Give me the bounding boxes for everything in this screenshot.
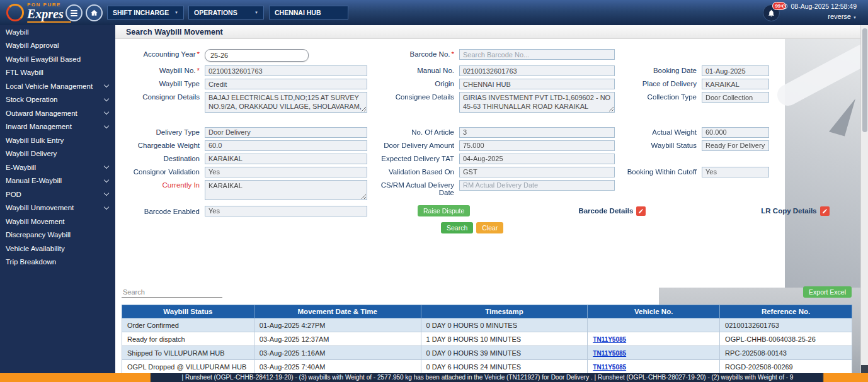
- vehicle-link[interactable]: TN11Y5085: [593, 350, 626, 357]
- destination-input[interactable]: [205, 154, 367, 164]
- actual-weight-label: Actual Weight: [615, 127, 702, 136]
- cell-movement-datetime: 01-Aug-2025 4:27PM: [254, 318, 421, 332]
- consignor-validation-input[interactable]: [205, 167, 367, 177]
- notifications-button[interactable]: 99+: [763, 4, 780, 21]
- chevron-down-icon: [104, 164, 109, 169]
- barcode-details-label: Barcode Details: [578, 207, 633, 215]
- user-menu[interactable]: reverse ▼: [828, 13, 857, 20]
- collection-type-label: Collection Type: [615, 92, 702, 101]
- cell-movement-datetime: 03-Aug-2025 1:16AM: [254, 346, 421, 360]
- form-row: Waybill No.* Manual No. Booking Date: [115, 65, 860, 76]
- sidebar-item-waybill-unmovement[interactable]: Waybill Unmovement: [0, 201, 115, 215]
- search-button[interactable]: Search: [441, 222, 473, 233]
- door-delivery-amount-input[interactable]: [459, 140, 615, 151]
- sidebar-item-trip-breakdown[interactable]: Trip Breakdown: [0, 256, 115, 269]
- door-delivery-amount-label: Door Delivery Amount: [367, 140, 459, 149]
- sidebar-item-label: Waybill: [6, 28, 29, 36]
- sidebar-item-outward-management[interactable]: Outward Management: [0, 106, 115, 120]
- sidebar-item-stock-operation[interactable]: Stock Operation: [0, 93, 115, 107]
- cell-timestamp: 0 DAY 0 HOURS 39 MINUTES: [421, 346, 588, 360]
- chargeable-weight-input[interactable]: [205, 140, 367, 151]
- sidebar-item-waybill-ewaybill-based[interactable]: Waybill EwayBill Based: [0, 52, 115, 66]
- waybill-no-input[interactable]: [205, 65, 367, 76]
- sidebar-item-manual-e-waybill[interactable]: Manual E-Waybill: [0, 174, 115, 188]
- barcode-details-edit-icon[interactable]: [636, 206, 646, 216]
- sidebar-item-label: Vehicle Availability: [6, 245, 65, 252]
- waybill-no-label: Waybill No.*: [122, 65, 205, 74]
- sidebar-item-vehicle-availability[interactable]: Vehicle Availability: [0, 242, 115, 256]
- sidebar-item-label: Waybill Movement: [6, 218, 65, 225]
- app-header: PON PURE Expres SHIFT INCHARGE ▼ OPERATI…: [0, 0, 868, 25]
- export-excel-button[interactable]: Export Excel: [803, 286, 852, 298]
- collection-type-input[interactable]: [702, 92, 769, 103]
- page-title-bar: Search Waybill Movement: [115, 25, 860, 39]
- scrollbar-thumb[interactable]: [862, 28, 867, 132]
- sidebar-item-waybill-movement[interactable]: Waybill Movement: [0, 215, 115, 228]
- news-ticker: | Runsheet (OGPL-CHHB-28412-19-20) - (3)…: [0, 373, 868, 382]
- sidebar-item-waybill[interactable]: Waybill: [0, 25, 115, 39]
- sidebar-item-waybill-approval[interactable]: Waybill Approval: [0, 39, 115, 53]
- cell-timestamp: 0 DAY 0 HOURS 0 MINUTES: [421, 318, 588, 332]
- consignor-details-textarea[interactable]: BAJAJ ELECTRICALS LTD,NO;125 AT SURVEY N…: [205, 92, 367, 113]
- role-select[interactable]: SHIFT INCHARGE ▼: [107, 6, 184, 20]
- waybill-status-input[interactable]: [702, 140, 769, 151]
- department-select[interactable]: OPERATIONS ▼: [188, 6, 264, 20]
- movement-table-header-row: Waybill StatusMovement Date & TimeTimest…: [122, 305, 852, 318]
- actual-weight-input[interactable]: [702, 127, 769, 138]
- booking-date-input[interactable]: [702, 65, 769, 76]
- sidebar-item-inward-management[interactable]: Inward Management: [0, 120, 115, 134]
- sidebar-item-local-vehicle-management[interactable]: Local Vehicle Management: [0, 79, 115, 93]
- form-actions: Search Clear: [115, 222, 860, 233]
- waybill-type-input[interactable]: [205, 79, 367, 89]
- delivery-type-label: Delivery Type: [122, 127, 205, 136]
- currently-in-textarea[interactable]: KARAIKAL: [205, 180, 367, 201]
- sidebar-item-discrepancy-waybill[interactable]: Discrepancy Waybill: [0, 228, 115, 242]
- booking-within-cutoff-input[interactable]: [702, 167, 769, 177]
- sidebar-item-waybill-delivery[interactable]: Waybill Delivery: [0, 147, 115, 161]
- home-button[interactable]: [86, 4, 103, 21]
- vehicle-link[interactable]: TN11Y5085: [593, 364, 626, 371]
- delivery-type-input[interactable]: [205, 127, 367, 138]
- accounting-year-input[interactable]: [205, 49, 309, 62]
- sidebar-item-ftl-waybill[interactable]: FTL Waybill: [0, 66, 115, 80]
- movement-table: Waybill StatusMovement Date & TimeTimest…: [122, 305, 852, 374]
- sidebar-item-pod[interactable]: POD: [0, 188, 115, 201]
- chevron-down-icon: [104, 191, 109, 196]
- hub-select[interactable]: CHENNAI HUB: [269, 6, 348, 20]
- sidebar-item-waybill-bulk-entry[interactable]: Waybill Bulk Entry: [0, 133, 115, 147]
- raise-dispute-button[interactable]: Raise Dispute: [418, 205, 470, 216]
- form-row: Consignor Details BAJAJ ELECTRICALS LTD,…: [115, 92, 860, 113]
- vertical-scrollbar[interactable]: [860, 25, 868, 373]
- barcode-enabled-input[interactable]: [205, 206, 367, 216]
- barcode-no-label: Barcode No.*: [367, 49, 459, 58]
- origin-input[interactable]: [459, 79, 615, 89]
- sidebar: WaybillWaybill ApprovalWaybill EwayBill …: [0, 25, 115, 373]
- cell-vehicle-no: TN11Y5085: [588, 346, 720, 360]
- sidebar-item-e-waybill[interactable]: E-Waybill: [0, 160, 115, 174]
- sidebar-item-label: FTL Waybill: [6, 69, 43, 76]
- lr-copy-details-edit-icon[interactable]: [820, 206, 830, 216]
- sidebar-item-label: Stock Operation: [6, 96, 57, 103]
- column-header: Reference No.: [720, 305, 852, 318]
- clear-button[interactable]: Clear: [476, 222, 503, 233]
- booking-date-label: Booking Date: [615, 65, 702, 74]
- vehicle-link[interactable]: TN11Y5085: [593, 336, 626, 343]
- cs-rm-actual-delivery-date-input[interactable]: [459, 180, 615, 191]
- place-of-delivery-input[interactable]: [702, 79, 769, 89]
- cell-vehicle-no: TN11Y5085: [588, 360, 720, 374]
- cell-reference-no: RPC-202508-00143: [720, 346, 852, 360]
- consignee-details-textarea[interactable]: GIRIAS INVESTMENT PVT LTD-1,609602 - NO …: [459, 92, 615, 113]
- brand-logo: PON PURE Expres: [6, 2, 71, 23]
- cell-vehicle-no: [588, 318, 720, 332]
- column-header: Waybill Status: [122, 305, 254, 318]
- table-search-input[interactable]: [122, 287, 222, 298]
- expected-delivery-tat-input[interactable]: [459, 154, 615, 164]
- no-of-article-input[interactable]: [459, 127, 615, 138]
- barcode-no-input[interactable]: [459, 49, 615, 60]
- manual-no-input[interactable]: [459, 65, 615, 76]
- form-row: Currently In KARAIKAL CS/RM Actual Deliv…: [115, 180, 860, 201]
- required-marker: *: [197, 50, 200, 58]
- hamburger-menu-button[interactable]: [66, 4, 83, 21]
- cell-vehicle-no: TN11Y5085: [588, 332, 720, 346]
- validation-based-on-input[interactable]: [459, 167, 615, 177]
